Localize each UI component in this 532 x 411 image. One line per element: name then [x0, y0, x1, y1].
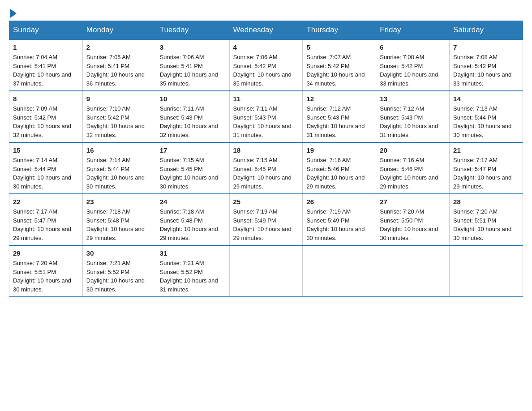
day-info: Sunrise: 7:19 AMSunset: 5:49 PMDaylight:…: [233, 208, 292, 241]
calendar-cell: 24Sunrise: 7:18 AMSunset: 5:48 PMDayligh…: [156, 194, 229, 245]
day-info: Sunrise: 7:21 AMSunset: 5:52 PMDaylight:…: [160, 260, 218, 293]
calendar-week-row: 29Sunrise: 7:20 AMSunset: 5:51 PMDayligh…: [9, 245, 523, 297]
day-info: Sunrise: 7:17 AMSunset: 5:47 PMDaylight:…: [13, 208, 71, 241]
day-number: 2: [86, 43, 152, 52]
calendar-week-row: 22Sunrise: 7:17 AMSunset: 5:47 PMDayligh…: [9, 194, 523, 245]
calendar-cell: 2Sunrise: 7:05 AMSunset: 5:41 PMDaylight…: [82, 39, 156, 91]
day-info: Sunrise: 7:21 AMSunset: 5:52 PMDaylight:…: [86, 260, 145, 293]
calendar-cell: 14Sunrise: 7:13 AMSunset: 5:44 PMDayligh…: [450, 91, 523, 142]
calendar-cell: 4Sunrise: 7:06 AMSunset: 5:42 PMDaylight…: [229, 39, 303, 91]
day-info: Sunrise: 7:20 AMSunset: 5:51 PMDaylight:…: [13, 260, 71, 293]
col-header-monday: Monday: [82, 21, 156, 40]
day-number: 19: [306, 146, 372, 155]
day-info: Sunrise: 7:18 AMSunset: 5:48 PMDaylight:…: [86, 208, 145, 241]
logo-arrow-icon: [10, 9, 17, 18]
calendar-week-row: 8Sunrise: 7:09 AMSunset: 5:42 PMDaylight…: [9, 91, 523, 142]
day-info: Sunrise: 7:19 AMSunset: 5:49 PMDaylight:…: [306, 208, 365, 241]
calendar-cell: 10Sunrise: 7:11 AMSunset: 5:43 PMDayligh…: [156, 91, 229, 142]
calendar-cell: 13Sunrise: 7:12 AMSunset: 5:43 PMDayligh…: [376, 91, 450, 142]
day-number: 25: [233, 197, 299, 206]
calendar-cell: 27Sunrise: 7:20 AMSunset: 5:50 PMDayligh…: [376, 194, 450, 245]
day-number: 18: [233, 146, 299, 155]
calendar-cell: 6Sunrise: 7:08 AMSunset: 5:42 PMDaylight…: [376, 39, 450, 91]
calendar-table: SundayMondayTuesdayWednesdayThursdayFrid…: [9, 21, 523, 297]
calendar-cell: 28Sunrise: 7:20 AMSunset: 5:51 PMDayligh…: [450, 194, 523, 245]
day-info: Sunrise: 7:17 AMSunset: 5:47 PMDaylight:…: [453, 157, 511, 190]
calendar-cell: 5Sunrise: 7:07 AMSunset: 5:42 PMDaylight…: [303, 39, 376, 91]
day-info: Sunrise: 7:18 AMSunset: 5:48 PMDaylight:…: [160, 208, 218, 241]
day-info: Sunrise: 7:11 AMSunset: 5:43 PMDaylight:…: [160, 105, 218, 138]
day-info: Sunrise: 7:05 AMSunset: 5:41 PMDaylight:…: [86, 54, 145, 87]
calendar-cell: 29Sunrise: 7:20 AMSunset: 5:51 PMDayligh…: [9, 245, 83, 297]
page-header: [9, 9, 523, 16]
day-info: Sunrise: 7:06 AMSunset: 5:41 PMDaylight:…: [160, 54, 218, 87]
day-number: 23: [86, 197, 152, 206]
day-info: Sunrise: 7:11 AMSunset: 5:43 PMDaylight:…: [233, 105, 292, 138]
day-number: 5: [306, 43, 372, 52]
day-info: Sunrise: 7:16 AMSunset: 5:46 PMDaylight:…: [306, 157, 365, 190]
calendar-header-row: SundayMondayTuesdayWednesdayThursdayFrid…: [9, 21, 523, 40]
calendar-cell: 8Sunrise: 7:09 AMSunset: 5:42 PMDaylight…: [9, 91, 83, 142]
col-header-wednesday: Wednesday: [229, 21, 303, 40]
calendar-cell: 12Sunrise: 7:12 AMSunset: 5:43 PMDayligh…: [303, 91, 376, 142]
day-number: 15: [13, 146, 79, 155]
day-info: Sunrise: 7:12 AMSunset: 5:43 PMDaylight:…: [380, 105, 438, 138]
day-info: Sunrise: 7:20 AMSunset: 5:51 PMDaylight:…: [453, 208, 511, 241]
calendar-cell: 11Sunrise: 7:11 AMSunset: 5:43 PMDayligh…: [229, 91, 303, 142]
calendar-cell: 16Sunrise: 7:14 AMSunset: 5:44 PMDayligh…: [82, 142, 156, 194]
col-header-thursday: Thursday: [303, 21, 376, 40]
calendar-cell: 7Sunrise: 7:08 AMSunset: 5:42 PMDaylight…: [450, 39, 523, 91]
day-number: 9: [86, 94, 152, 103]
calendar-cell: 15Sunrise: 7:14 AMSunset: 5:44 PMDayligh…: [9, 142, 83, 194]
calendar-cell: 3Sunrise: 7:06 AMSunset: 5:41 PMDaylight…: [156, 39, 229, 91]
calendar-cell: 18Sunrise: 7:15 AMSunset: 5:45 PMDayligh…: [229, 142, 303, 194]
day-info: Sunrise: 7:08 AMSunset: 5:42 PMDaylight:…: [453, 54, 511, 87]
day-info: Sunrise: 7:13 AMSunset: 5:44 PMDaylight:…: [453, 105, 511, 138]
day-number: 7: [453, 43, 519, 52]
calendar-cell: 30Sunrise: 7:21 AMSunset: 5:52 PMDayligh…: [82, 245, 156, 297]
calendar-cell: 31Sunrise: 7:21 AMSunset: 5:52 PMDayligh…: [156, 245, 229, 297]
day-number: 28: [453, 197, 519, 206]
day-info: Sunrise: 7:15 AMSunset: 5:45 PMDaylight:…: [233, 157, 292, 190]
calendar-cell: 25Sunrise: 7:19 AMSunset: 5:49 PMDayligh…: [229, 194, 303, 245]
calendar-cell: 1Sunrise: 7:04 AMSunset: 5:41 PMDaylight…: [9, 39, 83, 91]
calendar-week-row: 1Sunrise: 7:04 AMSunset: 5:41 PMDaylight…: [9, 39, 523, 91]
calendar-cell: [303, 245, 376, 297]
day-number: 26: [306, 197, 372, 206]
day-number: 6: [380, 43, 446, 52]
col-header-sunday: Sunday: [9, 21, 83, 40]
day-number: 24: [160, 197, 226, 206]
day-number: 21: [453, 146, 519, 155]
day-number: 1: [13, 43, 79, 52]
day-info: Sunrise: 7:04 AMSunset: 5:41 PMDaylight:…: [13, 54, 71, 87]
calendar-cell: 9Sunrise: 7:10 AMSunset: 5:42 PMDaylight…: [82, 91, 156, 142]
calendar-cell: 21Sunrise: 7:17 AMSunset: 5:47 PMDayligh…: [450, 142, 523, 194]
day-number: 30: [86, 248, 152, 258]
day-info: Sunrise: 7:07 AMSunset: 5:42 PMDaylight:…: [306, 54, 365, 87]
calendar-cell: 26Sunrise: 7:19 AMSunset: 5:49 PMDayligh…: [303, 194, 376, 245]
day-number: 29: [13, 248, 79, 258]
calendar-cell: 23Sunrise: 7:18 AMSunset: 5:48 PMDayligh…: [82, 194, 156, 245]
col-header-tuesday: Tuesday: [156, 21, 229, 40]
day-number: 13: [380, 94, 446, 103]
day-number: 8: [13, 94, 79, 103]
col-header-friday: Friday: [376, 21, 450, 40]
day-number: 4: [233, 43, 299, 52]
calendar-cell: 20Sunrise: 7:16 AMSunset: 5:46 PMDayligh…: [376, 142, 450, 194]
logo: [9, 9, 17, 16]
day-number: 12: [306, 94, 372, 103]
calendar-cell: 17Sunrise: 7:15 AMSunset: 5:45 PMDayligh…: [156, 142, 229, 194]
day-info: Sunrise: 7:20 AMSunset: 5:50 PMDaylight:…: [380, 208, 438, 241]
day-info: Sunrise: 7:15 AMSunset: 5:45 PMDaylight:…: [160, 157, 218, 190]
day-number: 3: [160, 43, 226, 52]
calendar-cell: [450, 245, 523, 297]
day-info: Sunrise: 7:10 AMSunset: 5:42 PMDaylight:…: [86, 105, 145, 138]
day-number: 22: [13, 197, 79, 206]
day-info: Sunrise: 7:09 AMSunset: 5:42 PMDaylight:…: [13, 105, 71, 138]
day-info: Sunrise: 7:14 AMSunset: 5:44 PMDaylight:…: [86, 157, 145, 190]
day-number: 11: [233, 94, 299, 103]
day-number: 16: [86, 146, 152, 155]
calendar-cell: [229, 245, 303, 297]
day-info: Sunrise: 7:08 AMSunset: 5:42 PMDaylight:…: [380, 54, 438, 87]
day-number: 31: [160, 248, 226, 258]
